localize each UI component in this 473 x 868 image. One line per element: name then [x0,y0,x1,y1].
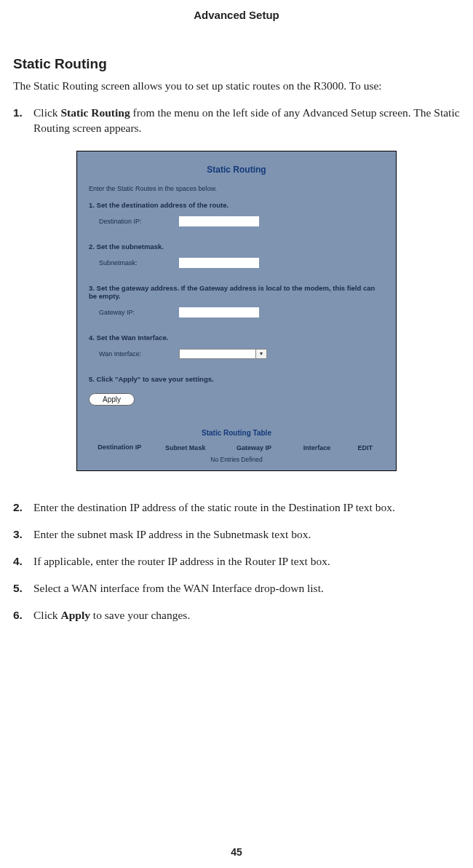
destination-ip-label: Destination IP: [99,218,179,225]
subnetmask-input[interactable] [179,258,259,268]
step-number: 5. [13,581,31,596]
col-gateway-ip: Gateway IP [222,444,286,451]
step-number: 2. [13,500,31,516]
step-body: Click Apply to save your changes. [33,608,460,623]
gateway-ip-label: Gateway IP: [99,309,179,316]
step-text-post: to save your changes. [90,609,190,621]
col-interface: Interface [290,444,343,451]
step-6: 6. Click Apply to save your changes. [13,608,460,623]
col-edit: EDIT [348,444,383,451]
panel-step-3-head: 3. Set the gateway address. If the Gatew… [89,284,384,300]
routing-table-empty: No Entries Defined [89,456,384,463]
panel-step-2-head: 2. Set the subnetmask. [89,242,384,250]
panel-step-1-head: 1. Set the destination address of the ro… [89,201,384,209]
step-body: Click Static Routing from the menu on th… [33,106,460,136]
wan-interface-select[interactable]: ▾ [179,349,267,359]
step-text-bold: Apply [60,609,90,621]
wan-interface-value [180,350,255,358]
step-text-bold: Static Routing [60,106,130,119]
step-text-pre: Click [33,106,60,119]
panel-note: Enter the Static Routes in the spaces be… [89,185,384,192]
destination-ip-input[interactable] [179,216,259,226]
subnetmask-label: Subnetmask: [99,259,179,267]
col-subnet-mask: Subnet Mask [153,444,217,451]
step-1: 1. Click Static Routing from the menu on… [13,106,460,136]
routing-table-title: Static Routing Table [89,429,384,437]
gateway-ip-input[interactable] [179,307,259,317]
step-body: Enter the subnet mask IP address in the … [33,527,460,542]
panel-step-5-head: 5. Click "Apply" to save your settings. [89,375,384,383]
step-body: Select a WAN interface from the WAN Inte… [33,581,460,596]
section-intro: The Static Routing screen allows you to … [13,79,460,92]
chevron-down-icon: ▾ [255,350,266,358]
step-3: 3. Enter the subnet mask IP address in t… [13,527,460,542]
col-destination-ip: Destination IP [90,444,148,451]
section-title: Static Routing [13,56,460,72]
apply-button[interactable]: Apply [89,393,135,406]
step-number: 6. [13,608,31,623]
routing-table-header: Destination IP Subnet Mask Gateway IP In… [89,444,384,451]
step-4: 4. If applicable, enter the router IP ad… [13,554,460,569]
step-5: 5. Select a WAN interface from the WAN I… [13,581,460,596]
page-number: 45 [0,846,473,858]
static-routing-panel: Static Routing Enter the Static Routes i… [76,151,397,471]
step-body: If applicable, enter the router IP addre… [33,554,460,569]
wan-interface-label: Wan Interface: [99,350,179,358]
step-text-pre: Click [33,609,60,621]
page-header: Advanced Setup [13,9,460,21]
step-number: 1. [13,106,31,121]
step-body: Enter the destination IP address of the … [33,500,460,516]
panel-title: Static Routing [89,165,384,175]
step-number: 4. [13,554,31,569]
step-number: 3. [13,527,31,542]
panel-step-4-head: 4. Set the Wan Interface. [89,334,384,342]
step-2: 2. Enter the destination IP address of t… [13,500,460,516]
